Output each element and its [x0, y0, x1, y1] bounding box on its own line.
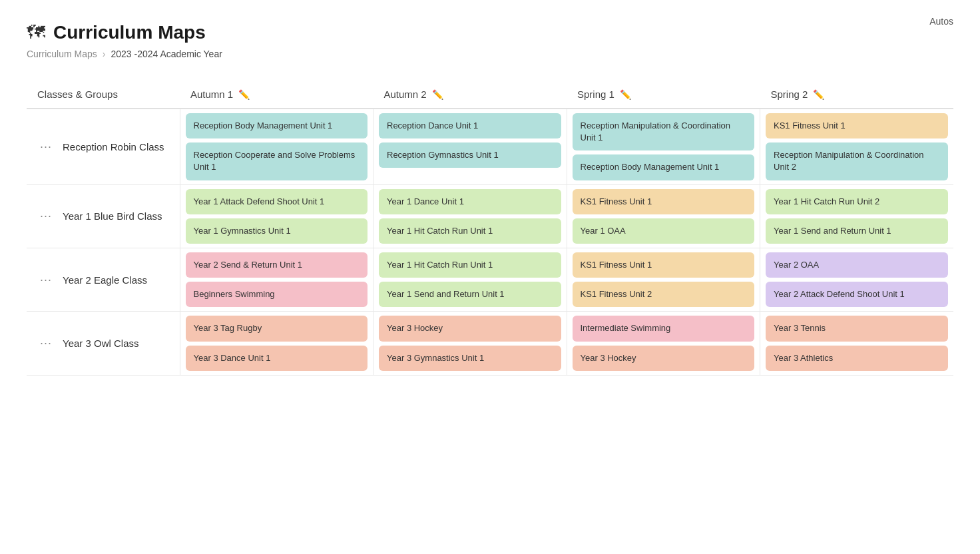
edit-spring2-icon[interactable]: ✏️ — [813, 89, 824, 100]
group-dots-button[interactable]: ··· — [37, 272, 55, 288]
col-spring1-header: Spring 1 ✏️ — [567, 81, 760, 109]
curriculum-card[interactable]: Year 1 OAA — [573, 218, 755, 244]
group-dots-button[interactable]: ··· — [37, 138, 55, 155]
col-spring2-header: Spring 2 ✏️ — [760, 81, 954, 109]
group-dots-button[interactable]: ··· — [37, 208, 55, 224]
breadcrumb: Curriculum Maps › 2023 -2024 Academic Ye… — [27, 49, 953, 59]
curriculum-card[interactable]: Reception Body Management Unit 1 — [186, 113, 368, 138]
curriculum-card[interactable]: Year 1 Attack Defend Shoot Unit 1 — [186, 189, 368, 214]
top-right-label: Autos — [929, 16, 953, 27]
curriculum-card[interactable]: Year 3 Gymnastics Unit 1 — [379, 346, 561, 371]
curriculum-card[interactable]: Year 1 Dance Unit 1 — [379, 189, 561, 214]
curriculum-card[interactable]: KS1 Fitness Unit 1 — [573, 189, 755, 214]
col-autumn1-header: Autumn 1 ✏️ — [180, 81, 373, 109]
curriculum-card[interactable]: Year 1 Send and Return Unit 1 — [379, 282, 561, 307]
map-icon: 🗺 — [27, 21, 45, 43]
curriculum-card[interactable]: Year 1 Hit Catch Run Unit 1 — [379, 252, 561, 278]
group-label-inner: ··· Year 3 Owl Class — [37, 335, 169, 352]
term-cell-autumn2: Year 1 Hit Catch Run Unit 1Year 1 Send a… — [373, 248, 567, 311]
term-cell-autumn1: Reception Body Management Unit 1Receptio… — [180, 109, 373, 184]
curriculum-card[interactable]: Reception Manipulation & Coordination Un… — [573, 113, 755, 150]
curriculum-card[interactable]: Year 3 Hockey — [573, 346, 755, 371]
curriculum-card[interactable]: Year 3 Tag Rugby — [186, 316, 368, 341]
curriculum-card[interactable]: Year 1 Hit Catch Run Unit 2 — [766, 189, 948, 214]
term-cell-spring1: KS1 Fitness Unit 1Year 1 OAA — [567, 184, 760, 248]
term-cell-spring2: KS1 Fitness Unit 1Reception Manipulation… — [760, 109, 954, 184]
group-name: Year 1 Blue Bird Class — [63, 210, 162, 222]
table-row: ··· Reception Robin Class Reception Body… — [27, 109, 953, 184]
curriculum-card[interactable]: KS1 Fitness Unit 1 — [766, 113, 948, 138]
breadcrumb-link[interactable]: Curriculum Maps — [27, 49, 97, 59]
edit-spring1-icon[interactable]: ✏️ — [620, 89, 631, 100]
term-cell-spring1: Reception Manipulation & Coordination Un… — [567, 109, 760, 184]
group-label-cell: ··· Year 1 Blue Bird Class — [27, 184, 180, 248]
breadcrumb-arrow: › — [103, 49, 106, 59]
curriculum-card[interactable]: Year 3 Dance Unit 1 — [186, 346, 368, 371]
curriculum-card[interactable]: Year 1 Gymnastics Unit 1 — [186, 218, 368, 244]
term-cell-autumn2: Reception Dance Unit 1Reception Gymnasti… — [373, 109, 567, 184]
curriculum-card[interactable]: Year 1 Hit Catch Run Unit 1 — [379, 218, 561, 244]
table-header-row: Classes & Groups Autumn 1 ✏️ Autumn 2 ✏️ — [27, 81, 953, 109]
group-label-inner: ··· Year 2 Eagle Class — [37, 272, 169, 288]
term-cell-autumn2: Year 3 HockeyYear 3 Gymnastics Unit 1 — [373, 312, 567, 375]
curriculum-card[interactable]: Year 3 Athletics — [766, 346, 948, 371]
curriculum-card[interactable]: Year 2 OAA — [766, 252, 948, 278]
term-cell-autumn1: Year 1 Attack Defend Shoot Unit 1Year 1 … — [180, 184, 373, 248]
group-name: Year 3 Owl Class — [63, 338, 139, 349]
curriculum-card[interactable]: Intermediate Swimming — [573, 316, 755, 341]
curriculum-card[interactable]: Beginners Swimming — [186, 282, 368, 307]
edit-autumn1-icon[interactable]: ✏️ — [238, 89, 250, 100]
curriculum-card[interactable]: Year 2 Attack Defend Shoot Unit 1 — [766, 282, 948, 307]
curriculum-card[interactable]: Year 3 Tennis — [766, 316, 948, 341]
term-cell-spring2: Year 1 Hit Catch Run Unit 2Year 1 Send a… — [760, 184, 954, 248]
col-autumn2-header: Autumn 2 ✏️ — [373, 81, 567, 109]
page-container: Autos 🗺 Curriculum Maps Curriculum Maps … — [0, 0, 980, 397]
curriculum-card[interactable]: Reception Body Management Unit 1 — [573, 154, 755, 180]
page-title: Curriculum Maps — [53, 22, 206, 43]
group-label-inner: ··· Reception Robin Class — [37, 138, 169, 155]
curriculum-card[interactable]: Year 3 Hockey — [379, 316, 561, 341]
page-header: 🗺 Curriculum Maps — [27, 21, 953, 43]
group-name: Year 2 Eagle Class — [63, 274, 147, 286]
term-cell-spring1: Intermediate SwimmingYear 3 Hockey — [567, 312, 760, 375]
term-cell-autumn2: Year 1 Dance Unit 1Year 1 Hit Catch Run … — [373, 184, 567, 248]
curriculum-card[interactable]: Reception Gymnastics Unit 1 — [379, 142, 561, 168]
curriculum-card[interactable]: Year 2 Send & Return Unit 1 — [186, 252, 368, 278]
group-label-cell: ··· Year 3 Owl Class — [27, 312, 180, 375]
curriculum-card[interactable]: KS1 Fitness Unit 2 — [573, 282, 755, 307]
breadcrumb-current: 2023 -2024 Academic Year — [111, 49, 222, 59]
group-name: Reception Robin Class — [63, 141, 164, 152]
term-cell-autumn1: Year 2 Send & Return Unit 1Beginners Swi… — [180, 248, 373, 311]
curriculum-card[interactable]: KS1 Fitness Unit 1 — [573, 252, 755, 278]
term-cell-spring1: KS1 Fitness Unit 1KS1 Fitness Unit 2 — [567, 248, 760, 311]
group-dots-button[interactable]: ··· — [37, 335, 55, 352]
term-cell-spring2: Year 3 TennisYear 3 Athletics — [760, 312, 954, 375]
term-cell-spring2: Year 2 OAAYear 2 Attack Defend Shoot Uni… — [760, 248, 954, 311]
col-classes-header: Classes & Groups — [27, 81, 180, 109]
group-label-cell: ··· Reception Robin Class — [27, 109, 180, 184]
edit-autumn2-icon[interactable]: ✏️ — [432, 89, 443, 100]
curriculum-table: Classes & Groups Autumn 1 ✏️ Autumn 2 ✏️ — [27, 81, 953, 376]
table-row: ··· Year 2 Eagle Class Year 2 Send & Ret… — [27, 248, 953, 311]
curriculum-card[interactable]: Reception Manipulation & Coordination Un… — [766, 142, 948, 180]
curriculum-card[interactable]: Reception Cooperate and Solve Problems U… — [186, 142, 368, 180]
table-row: ··· Year 3 Owl Class Year 3 Tag RugbyYea… — [27, 312, 953, 375]
table-row: ··· Year 1 Blue Bird Class Year 1 Attack… — [27, 184, 953, 248]
curriculum-card[interactable]: Reception Dance Unit 1 — [379, 113, 561, 138]
group-label-cell: ··· Year 2 Eagle Class — [27, 248, 180, 311]
term-cell-autumn1: Year 3 Tag RugbyYear 3 Dance Unit 1 — [180, 312, 373, 375]
group-label-inner: ··· Year 1 Blue Bird Class — [37, 208, 169, 224]
curriculum-card[interactable]: Year 1 Send and Return Unit 1 — [766, 218, 948, 244]
